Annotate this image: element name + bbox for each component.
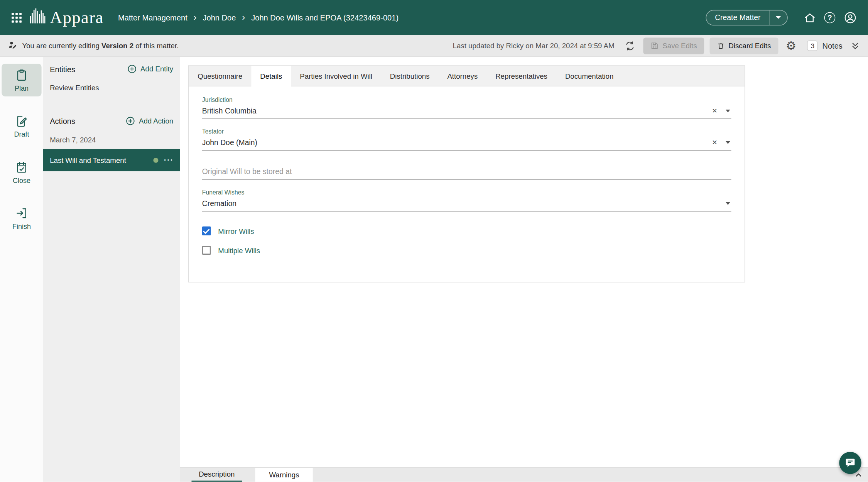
- clipboard-check-icon: [15, 161, 28, 174]
- rail-item-label: Finish: [12, 223, 31, 230]
- version-label: Version 2: [101, 42, 133, 50]
- add-action-label: Add Action: [139, 117, 173, 125]
- breadcrumb-client[interactable]: John Doe: [203, 13, 236, 22]
- status-dot-icon: [153, 157, 158, 162]
- rail-item-label: Plan: [15, 85, 29, 93]
- matter-sidebar: Entities Add Entity Review Entities Acti…: [43, 57, 180, 482]
- tab-description[interactable]: Description: [191, 468, 242, 482]
- document-edit-icon: [15, 115, 28, 128]
- caret-down-icon[interactable]: [726, 202, 730, 205]
- rail-item-label: Close: [13, 177, 30, 184]
- chat-fab-button[interactable]: [839, 452, 861, 474]
- tab-documentation[interactable]: Documentation: [556, 66, 622, 86]
- top-header: Appara Matter Management › John Doe › Jo…: [0, 0, 868, 35]
- logo-text: Appara: [50, 7, 104, 27]
- expand-double-chevron-icon[interactable]: [848, 39, 862, 53]
- create-matter-button[interactable]: Create Matter: [706, 10, 788, 25]
- refresh-icon[interactable]: [622, 38, 638, 53]
- sidebar-spacer: [43, 97, 180, 109]
- original-will-input[interactable]: [202, 163, 731, 180]
- multiple-wills-checkbox[interactable]: [202, 246, 211, 255]
- detail-tabs: Questionnaire Details Parties Involved i…: [189, 66, 745, 86]
- entities-title: Entities: [50, 64, 75, 73]
- rail-item-draft[interactable]: Draft: [2, 110, 41, 142]
- breadcrumb-matter-management[interactable]: Matter Management: [118, 13, 187, 22]
- create-matter-caret[interactable]: [770, 16, 787, 19]
- rail-item-finish[interactable]: Finish: [2, 201, 41, 234]
- multiple-wills-label: Multiple Wills: [218, 246, 260, 255]
- plus-circle-icon: [125, 116, 135, 125]
- jurisdiction-label: Jurisdiction: [202, 96, 731, 103]
- account-icon[interactable]: [841, 8, 859, 26]
- notes-label: Notes: [822, 41, 842, 50]
- testator-field: Testator John Doe (Main) ✕: [202, 128, 731, 151]
- more-options-icon[interactable]: ⋯: [163, 155, 173, 165]
- actions-title: Actions: [50, 117, 75, 125]
- multiple-wills-row: Multiple Wills: [202, 246, 731, 255]
- tab-warnings[interactable]: Warnings: [255, 468, 313, 482]
- rail-item-plan[interactable]: Plan: [2, 64, 41, 96]
- apps-grid-icon[interactable]: [9, 10, 24, 25]
- jurisdiction-field: Jurisdiction British Columbia ✕: [202, 96, 731, 119]
- testator-select[interactable]: John Doe (Main) ✕: [202, 135, 731, 151]
- clear-icon[interactable]: ✕: [712, 139, 717, 145]
- tab-questionnaire[interactable]: Questionnaire: [189, 66, 251, 86]
- help-icon[interactable]: ?: [822, 10, 838, 25]
- jurisdiction-value: British Columbia: [202, 107, 257, 115]
- create-matter-label: Create Matter: [707, 13, 769, 22]
- editing-message: You are currently editing Version 2 of t…: [22, 42, 179, 50]
- sidebar-item-date[interactable]: March 7, 2024: [43, 131, 180, 149]
- tab-distributions[interactable]: Distributions: [381, 66, 439, 86]
- mirror-wills-row: Mirror Wills: [202, 227, 731, 235]
- actions-header: Actions Add Action: [43, 109, 180, 131]
- exit-arrow-icon: [15, 206, 28, 220]
- person-edit-icon: [8, 40, 18, 51]
- bottom-panel-bar: Description Warnings: [180, 467, 868, 482]
- app-root: Appara Matter Management › John Doe › Jo…: [0, 0, 868, 482]
- caret-down-icon[interactable]: [726, 141, 730, 144]
- workflow-rail: Plan Draft Close Finish: [0, 57, 43, 482]
- tab-parties-involved[interactable]: Parties Involved in Will: [291, 66, 381, 86]
- add-entity-button[interactable]: Add Entity: [127, 64, 173, 73]
- tab-representatives[interactable]: Representatives: [486, 66, 556, 86]
- save-edits-button[interactable]: Save Edits: [643, 37, 704, 54]
- clear-icon[interactable]: ✕: [712, 107, 717, 114]
- sidebar-item-last-will[interactable]: Last Will and Testament ⋯: [43, 149, 180, 171]
- last-updated-text: Last updated by Ricky on Mar 20, 2024 at…: [453, 42, 615, 50]
- appara-logo[interactable]: Appara: [30, 7, 103, 27]
- mirror-wills-checkbox[interactable]: [202, 227, 211, 235]
- add-entity-label: Add Entity: [140, 65, 173, 73]
- sidebar-item-review-entities[interactable]: Review Entities: [43, 79, 180, 97]
- notes-toggle[interactable]: 3 Notes: [807, 41, 843, 51]
- plus-circle-icon: [127, 64, 137, 73]
- save-edits-label: Save Edits: [662, 42, 697, 50]
- home-icon[interactable]: [802, 9, 818, 26]
- funeral-wishes-label: Funeral Wishes: [202, 189, 731, 195]
- original-will-field: [202, 159, 731, 180]
- clipboard-icon: [15, 69, 28, 82]
- chat-bubble-icon: [845, 457, 856, 468]
- rail-item-close[interactable]: Close: [2, 156, 41, 188]
- funeral-wishes-select[interactable]: Cremation: [202, 196, 731, 212]
- breadcrumb: Matter Management › John Doe › John Doe …: [118, 13, 399, 22]
- funeral-wishes-field: Funeral Wishes Cremation: [202, 189, 731, 211]
- tab-details[interactable]: Details: [251, 66, 291, 86]
- chevron-right-icon: ›: [194, 13, 197, 22]
- breadcrumb-matter[interactable]: John Doe Wills and EPOA (32423469-001): [251, 13, 399, 22]
- add-action-button[interactable]: Add Action: [125, 116, 173, 125]
- settings-gear-icon[interactable]: ⚙: [784, 38, 798, 54]
- notes-count-badge: 3: [807, 41, 818, 51]
- jurisdiction-select[interactable]: British Columbia ✕: [202, 103, 731, 119]
- last-will-label: Last Will and Testament: [50, 156, 126, 164]
- discard-edits-label: Discard Edits: [728, 42, 771, 50]
- tab-attorneys[interactable]: Attorneys: [438, 66, 486, 86]
- caret-down-icon: [775, 16, 781, 19]
- caret-down-icon[interactable]: [726, 109, 730, 112]
- testator-label: Testator: [202, 128, 731, 134]
- logo-bars-icon: [30, 7, 45, 27]
- testator-value: John Doe (Main): [202, 138, 257, 147]
- discard-edits-button[interactable]: Discard Edits: [710, 37, 778, 54]
- edit-status-bar: You are currently editing Version 2 of t…: [0, 35, 868, 57]
- funeral-wishes-value: Cremation: [202, 199, 236, 208]
- mirror-wills-label: Mirror Wills: [218, 227, 254, 235]
